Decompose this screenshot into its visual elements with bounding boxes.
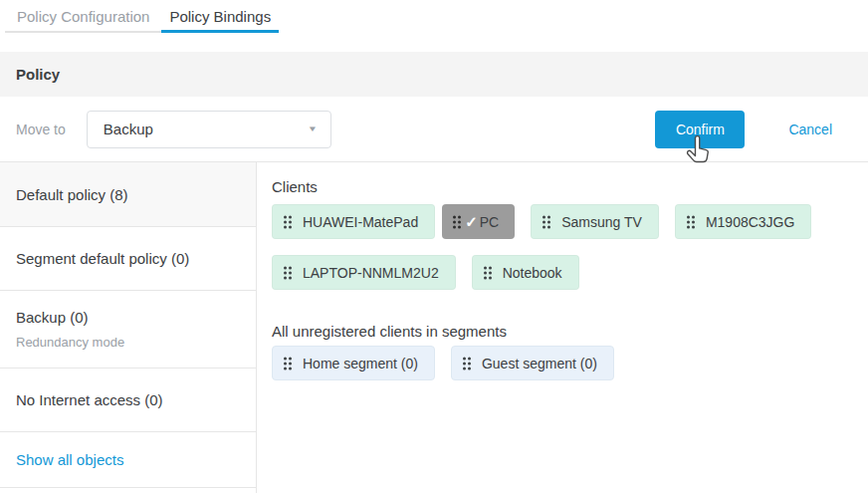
client-chip-label: LAPTOP-NNMLM2U2 bbox=[303, 265, 439, 281]
drag-handle-icon[interactable] bbox=[283, 215, 293, 229]
chevron-down-icon: ▼ bbox=[308, 124, 318, 133]
check-icon: ✓ bbox=[465, 213, 478, 231]
move-to-label: Move to bbox=[16, 122, 66, 137]
sidebar-item-label: Backup (0) bbox=[16, 309, 256, 326]
sidebar-item-label: No Internet access (0) bbox=[16, 391, 256, 408]
drag-handle-icon[interactable] bbox=[283, 266, 293, 280]
sidebar-item-sublabel: Redundancy mode bbox=[16, 335, 256, 350]
segment-chip-home[interactable]: Home segment (0) bbox=[272, 346, 435, 380]
sidebar-item-default-policy[interactable]: Default policy (8) bbox=[0, 162, 256, 227]
policy-bindings-screen: Policy Configuration Policy Bindings Pol… bbox=[0, 0, 868, 493]
tab-policy-bindings[interactable]: Policy Bindings bbox=[161, 0, 279, 33]
drag-handle-icon[interactable] bbox=[483, 266, 493, 280]
client-chip-pc-dragging[interactable]: ✓ PC bbox=[442, 204, 515, 239]
clients-label: Clients bbox=[272, 179, 858, 195]
policy-dropdown[interactable]: Backup ▼ bbox=[87, 111, 331, 148]
client-chip-m1908c3jgg[interactable]: M1908C3JGG bbox=[675, 204, 811, 239]
sidebar-item-show-all-objects[interactable]: Show all objects bbox=[0, 432, 256, 488]
clients-chip-row-1: HUAWEI-MatePad ✓ PC Samsung TV M1908C3JG… bbox=[272, 204, 858, 255]
segment-chip-guest[interactable]: Guest segment (0) bbox=[451, 346, 614, 380]
client-chip-label: M1908C3JGG bbox=[706, 214, 794, 230]
drag-handle-icon[interactable] bbox=[283, 357, 293, 370]
segment-chip-label: Home segment (0) bbox=[303, 356, 418, 371]
segment-chip-label: Guest segment (0) bbox=[482, 356, 597, 371]
segments-label: All unregistered clients in segments bbox=[272, 324, 858, 340]
move-to-toolbar: Move to Backup ▼ Confirm Cancel bbox=[0, 97, 868, 162]
client-chip-laptop-nnmlm2u2[interactable]: LAPTOP-NNMLM2U2 bbox=[272, 255, 456, 290]
client-chip-notebook[interactable]: Notebook bbox=[472, 255, 579, 290]
policy-dropdown-value: Backup bbox=[104, 121, 309, 137]
segments-chip-row: Home segment (0) Guest segment (0) bbox=[272, 346, 858, 380]
client-chip-label: HUAWEI-MatePad bbox=[303, 214, 418, 230]
tab-policy-configuration[interactable]: Policy Configuration bbox=[5, 0, 161, 33]
policy-list: Default policy (8) Segment default polic… bbox=[0, 162, 257, 493]
client-chip-samsung-tv[interactable]: Samsung TV bbox=[531, 204, 659, 239]
cancel-button[interactable]: Cancel bbox=[788, 122, 832, 137]
drag-handle-icon[interactable] bbox=[452, 215, 462, 229]
client-chip-label: Samsung TV bbox=[561, 214, 642, 230]
drag-handle-icon[interactable] bbox=[686, 215, 696, 229]
sidebar-item-label: Default policy (8) bbox=[16, 186, 256, 203]
client-chip-huawei-matepad[interactable]: HUAWEI-MatePad bbox=[272, 204, 435, 239]
sidebar-item-label: Segment default policy (0) bbox=[16, 250, 256, 267]
policy-bindings-body: Default policy (8) Segment default polic… bbox=[0, 162, 868, 493]
policy-section-header: Policy bbox=[0, 52, 868, 97]
drag-handle-icon[interactable] bbox=[462, 357, 472, 370]
tab-bar: Policy Configuration Policy Bindings bbox=[0, 0, 868, 33]
policy-section-title: Policy bbox=[16, 66, 60, 83]
sidebar-item-label: Show all objects bbox=[16, 451, 256, 468]
sidebar-item-segment-default-policy[interactable]: Segment default policy (0) bbox=[0, 227, 256, 291]
sidebar-item-backup[interactable]: Backup (0) Redundancy mode bbox=[0, 291, 256, 369]
clients-chip-row-2: LAPTOP-NNMLM2U2 Notebook bbox=[272, 255, 858, 306]
bindings-content: Clients HUAWEI-MatePad ✓ PC Samsung TV bbox=[257, 162, 868, 493]
client-chip-label: PC bbox=[480, 214, 499, 230]
drag-handle-icon[interactable] bbox=[542, 215, 551, 229]
confirm-button[interactable]: Confirm bbox=[655, 111, 745, 148]
client-chip-label: Notebook bbox=[503, 265, 562, 281]
sidebar-item-no-internet-access[interactable]: No Internet access (0) bbox=[0, 369, 256, 432]
